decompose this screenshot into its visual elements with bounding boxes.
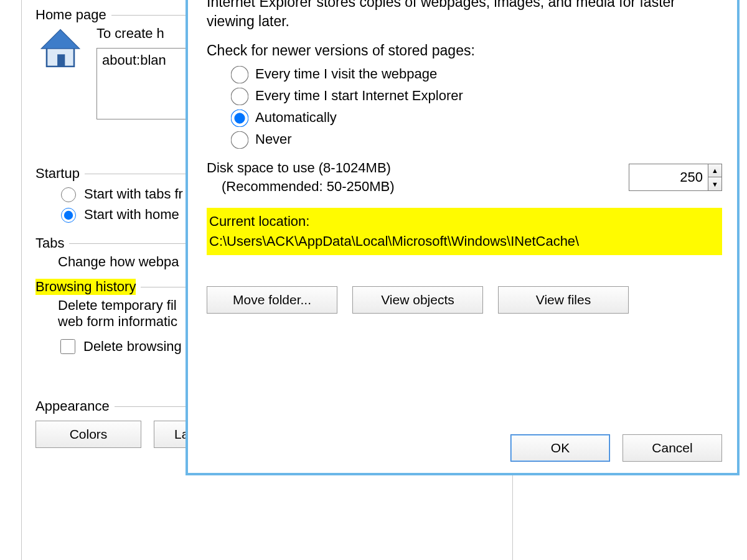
check-newer-label: Check for newer versions of stored pages… — [207, 42, 722, 59]
homepage-url-value: about:blan — [102, 52, 166, 68]
ok-label: OK — [551, 441, 570, 455]
check-visit-label: Every time I visit the webpage — [255, 66, 437, 82]
check-start-radio[interactable]: Every time I start Internet Explorer — [229, 87, 722, 104]
website-data-settings-dialog: Internet Explorer stores copies of webpa… — [186, 0, 740, 475]
move-folder-button[interactable]: Move folder... — [207, 286, 337, 314]
delete-on-exit-label: Delete browsing — [83, 338, 182, 355]
disk-space-input[interactable] — [629, 164, 708, 190]
homepage-legend: Home page — [35, 7, 106, 23]
startup-home-label: Start with home — [84, 207, 179, 223]
disk-space-spinner[interactable]: ▲ ▼ — [629, 164, 722, 191]
check-visit-radio[interactable]: Every time I visit the webpage — [229, 65, 722, 82]
history-legend: Browsing history — [35, 279, 136, 295]
startup-legend: Startup — [35, 166, 80, 182]
disk-space-recommended: (Recommended: 50-250MB) — [222, 177, 395, 196]
svg-rect-2 — [57, 54, 65, 67]
home-icon — [36, 26, 85, 74]
appearance-legend: Appearance — [35, 398, 110, 414]
cancel-button[interactable]: Cancel — [622, 434, 722, 462]
check-auto-label: Automatically — [255, 110, 337, 126]
current-location-block: Current location: C:\Users\ACK\AppData\L… — [207, 208, 722, 255]
view-files-label: View files — [536, 292, 591, 307]
spinner-down-icon[interactable]: ▼ — [708, 177, 721, 190]
view-objects-label: View objects — [381, 292, 454, 307]
cache-description: Internet Explorer stores copies of webpa… — [207, 0, 722, 31]
disk-space-label: Disk space to use (8-1024MB) — [207, 159, 395, 177]
spinner-up-icon[interactable]: ▲ — [708, 164, 721, 178]
check-auto-radio[interactable]: Automatically — [229, 109, 722, 126]
svg-marker-3 — [42, 30, 79, 48]
current-location-label: Current location: — [209, 212, 720, 231]
view-files-button[interactable]: View files — [498, 286, 629, 314]
startup-tabs-label: Start with tabs fr — [84, 186, 183, 202]
ok-button[interactable]: OK — [510, 434, 610, 462]
check-never-label: Never — [255, 131, 292, 147]
check-start-label: Every time I start Internet Explorer — [255, 88, 463, 104]
check-never-radio[interactable]: Never — [229, 131, 722, 147]
cancel-label: Cancel — [652, 441, 692, 455]
colors-button[interactable]: Colors — [35, 421, 141, 448]
colors-label: Colors — [70, 427, 108, 442]
current-location-path: C:\Users\ACK\AppData\Local\Microsoft\Win… — [209, 231, 720, 251]
move-folder-label: Move folder... — [233, 292, 311, 307]
tabs-legend: Tabs — [35, 235, 64, 251]
view-objects-button[interactable]: View objects — [352, 286, 483, 314]
